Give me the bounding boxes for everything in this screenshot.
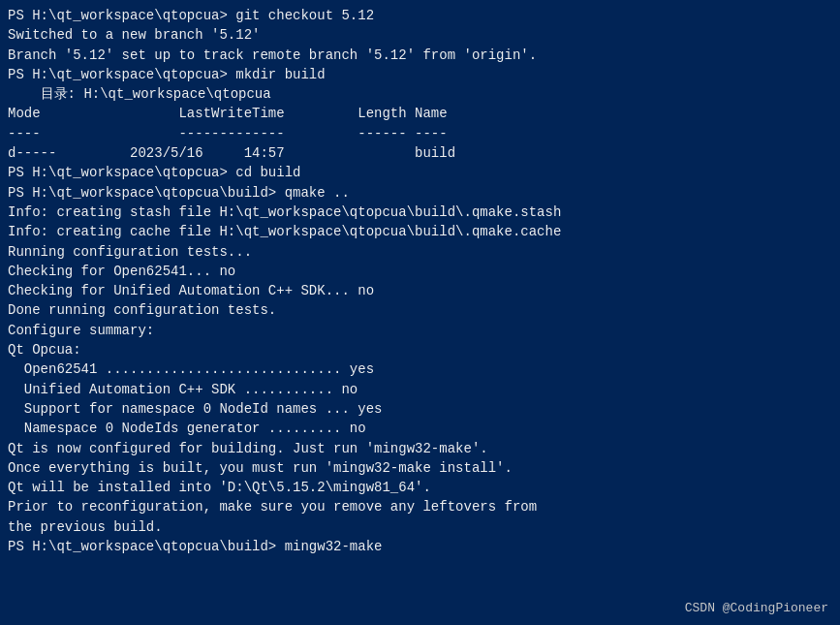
terminal-line: the previous build.: [8, 517, 832, 537]
terminal-line: Checking for Open62541... no: [8, 262, 832, 281]
terminal-line: d----- 2023/5/16 14:57 build: [8, 143, 832, 163]
terminal-output: PS H:\qt_workspace\qtopcua> git checkout…: [8, 6, 832, 556]
terminal-line: Info: creating cache file H:\qt_workspac…: [8, 222, 832, 241]
terminal-line: PS H:\qt_workspace\qtopcua\build> mingw3…: [8, 537, 832, 556]
terminal-line: PS H:\qt_workspace\qtopcua\build> qmake …: [8, 183, 832, 203]
terminal-line: Info: creating stash file H:\qt_workspac…: [8, 203, 832, 222]
watermark: CSDN @CodingPioneer: [685, 601, 828, 615]
terminal-line: Mode LastWriteTime Length Name: [8, 104, 832, 123]
terminal-line: Checking for Unified Automation C++ SDK.…: [8, 281, 832, 300]
terminal-line: Support for namespace 0 NodeId names ...…: [8, 399, 832, 419]
terminal-line: Namespace 0 NodeIds generator ......... …: [8, 419, 832, 438]
terminal-line: Prior to reconfiguration, make sure you …: [8, 497, 832, 516]
terminal-line: Switched to a new branch '5.12': [8, 25, 832, 45]
terminal-line: Unified Automation C++ SDK ........... n…: [8, 380, 832, 399]
terminal-line: PS H:\qt_workspace\qtopcua> mkdir build: [8, 65, 832, 84]
terminal-line: PS H:\qt_workspace\qtopcua> git checkout…: [8, 6, 832, 25]
terminal-line: Branch '5.12' set up to track remote bra…: [8, 46, 832, 65]
terminal-line: Running configuration tests...: [8, 242, 832, 262]
terminal-window: PS H:\qt_workspace\qtopcua> git checkout…: [0, 0, 840, 625]
terminal-line: Configure summary:: [8, 321, 832, 340]
terminal-line: Qt will be installed into 'D:\Qt\5.15.2\…: [8, 478, 832, 497]
terminal-line: ---- ------------- ------ ----: [8, 124, 832, 143]
terminal-line: Qt is now configured for building. Just …: [8, 439, 832, 458]
terminal-line: 目录: H:\qt_workspace\qtopcua: [8, 84, 832, 104]
terminal-line: Done running configuration tests.: [8, 300, 832, 320]
terminal-line: Once everything is built, you must run '…: [8, 458, 832, 478]
terminal-line: PS H:\qt_workspace\qtopcua> cd build: [8, 163, 832, 182]
terminal-line: Qt Opcua:: [8, 340, 832, 359]
terminal-line: Open62541 ............................. …: [8, 359, 832, 379]
